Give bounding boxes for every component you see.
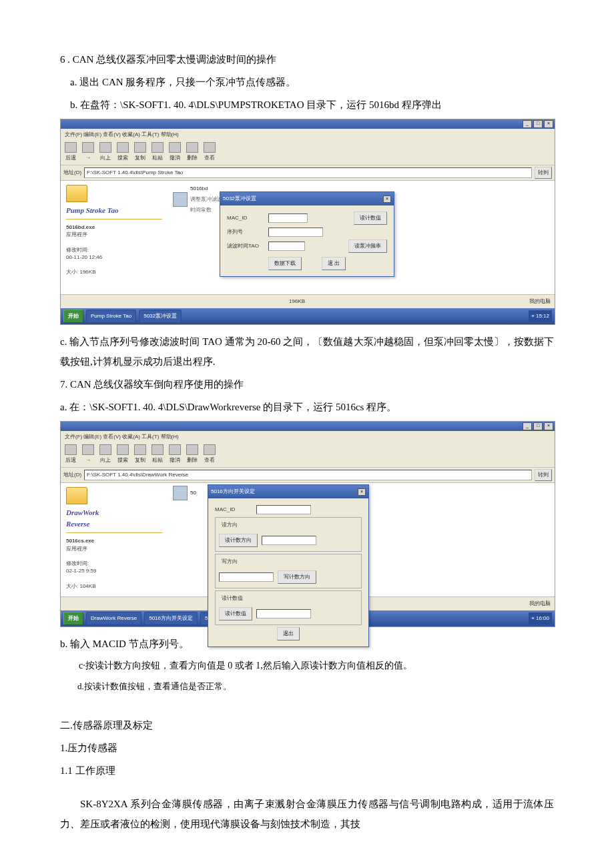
dialog-title: 5016方向开关设定 xyxy=(211,486,255,497)
maximize-icon[interactable]: □ xyxy=(533,120,543,128)
read-count-output[interactable] xyxy=(256,609,311,618)
menubar[interactable]: 文件(F) 编辑(E) 查看(V) 收藏(A) 工具(T) 帮助(H) xyxy=(61,129,555,141)
status-size: 196KB xyxy=(289,296,305,307)
tb-back[interactable]: 后退 xyxy=(65,444,77,466)
address-input[interactable]: F:\SK-SOFT 1.40.4\dls\Pump Stroke Tao xyxy=(84,167,532,178)
sec2-1-1: 1.1 工作原理 xyxy=(60,761,554,781)
folder-info-panel: DrawWork Reverse 5016cs.exe 应用程序 修改时间: 0… xyxy=(61,483,168,596)
taskbar-item-explorer[interactable]: Pump Stroke Tao xyxy=(86,310,136,323)
tb-up[interactable]: 向上 xyxy=(99,444,111,466)
address-label: 地址(D) xyxy=(63,470,81,480)
read-dir-output[interactable] xyxy=(262,536,316,545)
macid-label: MAC_ID xyxy=(227,213,264,224)
explorer-toolbar: 后退 → 向上 搜索 复制 粘贴 撤消 删除 查看 xyxy=(61,141,555,165)
read-dir-label: 读方向 xyxy=(220,520,239,530)
go-button[interactable]: 转到 xyxy=(535,469,552,481)
status-computer: 我的电脑 xyxy=(529,598,551,609)
exe-icon[interactable] xyxy=(173,486,188,500)
mod-label: 修改时间: xyxy=(66,247,89,253)
write-dir-label: 写方向 xyxy=(220,556,239,567)
tb-fwd[interactable]: → xyxy=(82,142,94,163)
sec7-item-a: a. 在：\SK-SOFT1. 40. 4\DLS\DrawWorkrevers… xyxy=(60,397,554,417)
exit-button[interactable]: 退出 xyxy=(277,627,300,640)
tb-delete[interactable]: 删除 xyxy=(186,444,198,466)
download-button[interactable]: 数据下载 xyxy=(268,257,302,270)
go-button[interactable]: 转到 xyxy=(535,167,552,179)
screenshot-pump-stroke: _ □ × 文件(F) 编辑(E) 查看(V) 收藏(A) 工具(T) 帮助(H… xyxy=(60,119,555,325)
size-label: 大小: xyxy=(66,269,78,275)
macid-input[interactable] xyxy=(256,505,311,514)
tb-undo[interactable]: 撤消 xyxy=(169,142,181,163)
window-titlebar: _ □ × xyxy=(61,119,555,129)
exe-name[interactable]: 50 xyxy=(190,488,196,498)
tb-fwd[interactable]: → xyxy=(82,444,94,466)
sel-file-name: 5016bd.exe xyxy=(66,224,95,230)
exit-button[interactable]: 退 出 xyxy=(322,257,346,270)
start-button[interactable]: 开始 xyxy=(63,310,83,323)
sel-file-kind: 应用程序 xyxy=(66,232,87,238)
size-value: 104KB xyxy=(79,583,95,589)
close-icon[interactable]: × xyxy=(544,120,553,128)
folder-info-panel: Pump Stroke Tao 5016bd.exe 应用程序 修改时间: 00… xyxy=(61,181,168,294)
system-tray[interactable]: « 15:12 xyxy=(529,310,552,322)
address-label: 地址(D) xyxy=(63,167,81,178)
minimize-icon[interactable]: _ xyxy=(523,120,532,128)
read-pump-button[interactable]: 读泵冲频率 xyxy=(348,240,387,253)
size-label: 大小: xyxy=(66,583,78,589)
minimize-icon[interactable]: _ xyxy=(523,422,532,430)
exe-name[interactable]: 5016bd xyxy=(190,183,222,194)
system-tray[interactable]: « 16:00 xyxy=(529,612,552,624)
dialog-close-icon[interactable]: × xyxy=(358,488,366,496)
tb-back[interactable]: 后退 xyxy=(65,142,77,163)
taskbar-item-dialog[interactable]: 5016方向开关设定 xyxy=(144,612,198,625)
tb-undo[interactable]: 撤消 xyxy=(169,444,181,466)
tb-view[interactable]: 查看 xyxy=(204,444,216,466)
taskbar-item-explorer[interactable]: DrawWork Reverse xyxy=(86,612,141,625)
status-computer: 我的电脑 xyxy=(529,296,551,307)
macid-input[interactable] xyxy=(268,213,308,223)
write-dir-button[interactable]: 写计数方向 xyxy=(278,570,316,584)
folder-title: Pump Stroke Tao xyxy=(66,206,162,215)
sel-file-name: 5016cs.exe xyxy=(66,538,94,544)
sec6-item-c: c. 输入节点序列号修改滤波时间 TAO 通常为 20-60 之间，〔数值越大泵… xyxy=(60,332,554,372)
dialog-title: 5032泵冲设置 xyxy=(223,193,256,204)
read-count-button[interactable]: 读计数值 xyxy=(219,607,252,620)
address-bar: 地址(D) F:\SK-SOFT 1.40.4\dls\Pump Stroke … xyxy=(61,165,555,181)
close-icon[interactable]: × xyxy=(544,422,553,430)
write-dir-input[interactable] xyxy=(219,572,274,582)
explorer-toolbar: 后退 → 向上 搜索 复制 粘贴 撤消 删除 查看 xyxy=(61,443,555,468)
tb-paste[interactable]: 粘贴 xyxy=(151,444,164,466)
tao-label: 滤波时间TAO xyxy=(227,241,264,252)
tb-search[interactable]: 搜索 xyxy=(117,142,129,163)
size-value: 196KB xyxy=(79,269,95,275)
address-input[interactable]: F:\SK-SOFT 1.40.4\dls\DrawWork Reverse xyxy=(84,470,532,480)
menubar[interactable]: 文件(F) 编辑(E) 查看(V) 收藏(A) 工具(T) 帮助(H) xyxy=(61,431,555,443)
folder-icon xyxy=(66,487,87,504)
tao-input[interactable] xyxy=(268,242,305,251)
serial-input[interactable] xyxy=(268,228,323,237)
tb-paste[interactable]: 粘贴 xyxy=(151,142,164,163)
exe-desc: 调整泵冲滤波 时间常数 xyxy=(190,194,222,215)
tb-copy[interactable]: 复制 xyxy=(134,444,146,466)
sec2-title: 二.传感器原理及标定 xyxy=(60,715,554,735)
dialog-close-icon[interactable]: × xyxy=(383,195,391,203)
folder-title-2: Reverse xyxy=(66,520,162,528)
tb-up[interactable]: 向上 xyxy=(99,142,111,163)
sec2-body: SK-8Y2XA 系列合金薄膜传感器，由离子束溅射合金薄膜压力传感器与信号调制电… xyxy=(60,794,554,834)
status-bar: 196KB 我的电脑 xyxy=(61,294,555,308)
read-count-button[interactable]: 读计数值 xyxy=(354,211,387,225)
start-button[interactable]: 开始 xyxy=(63,612,83,625)
tb-delete[interactable]: 删除 xyxy=(186,142,198,163)
tb-search[interactable]: 搜索 xyxy=(117,444,129,466)
exe-icon[interactable] xyxy=(173,192,188,207)
maximize-icon[interactable]: □ xyxy=(533,422,543,430)
taskbar-item-dialog[interactable]: 5032泵冲设置 xyxy=(139,310,182,323)
window-titlebar: _ □ × xyxy=(61,422,555,431)
pump-config-dialog: 5032泵冲设置 × MAC_ID 读计数值 序列号 滤波时 xyxy=(220,191,394,277)
sel-file-kind: 应用程序 xyxy=(66,546,87,552)
sec6-item-a: a. 退出 CAN 服务程序，只接一个泵冲节点传感器。 xyxy=(60,72,554,92)
tb-view[interactable]: 查看 xyxy=(204,142,216,163)
direction-switch-dialog: 5016方向开关设定 × MAC_ID 读方向 读计数方向 xyxy=(208,484,369,647)
read-dir-button[interactable]: 读计数方向 xyxy=(219,534,258,547)
tb-copy[interactable]: 复制 xyxy=(134,142,146,163)
